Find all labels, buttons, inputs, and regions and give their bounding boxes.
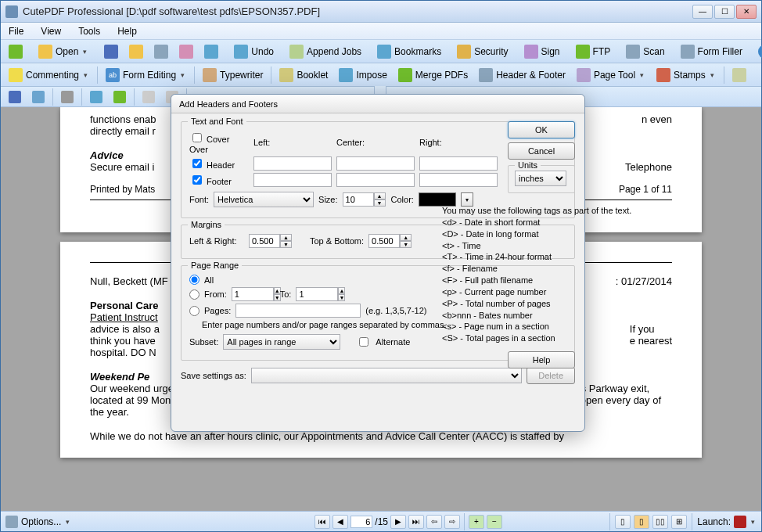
last-page-button[interactable]: ⏭ bbox=[408, 515, 424, 529]
size-up-button[interactable]: ▲ bbox=[374, 192, 386, 200]
from-radio[interactable] bbox=[189, 289, 199, 300]
quick-print2-icon[interactable] bbox=[56, 88, 78, 106]
undo-button[interactable]: Undo bbox=[229, 42, 279, 61]
quick-mail-icon[interactable] bbox=[85, 88, 107, 106]
impose-button[interactable]: Impose bbox=[334, 66, 391, 84]
scan-button[interactable]: Scan bbox=[621, 42, 669, 61]
to-down-button[interactable]: ▼ bbox=[338, 294, 345, 301]
delete-button[interactable]: Delete bbox=[527, 367, 575, 384]
quick-attach-icon[interactable] bbox=[109, 88, 131, 106]
menu-tools[interactable]: Tools bbox=[75, 24, 103, 38]
save-button[interactable] bbox=[99, 42, 123, 61]
maximize-button[interactable]: ☐ bbox=[714, 5, 735, 19]
tb-down-button[interactable]: ▼ bbox=[400, 241, 412, 248]
cover-over-checkbox[interactable] bbox=[192, 133, 202, 142]
close-button[interactable]: ✕ bbox=[736, 5, 757, 19]
size-spinner[interactable]: ▲▼ bbox=[343, 192, 386, 207]
header-center-input[interactable] bbox=[336, 156, 415, 171]
pagetool-label: Page Tool bbox=[594, 70, 635, 81]
quick-page-icon[interactable] bbox=[138, 88, 160, 106]
page-tool-button[interactable]: Page Tool▾ bbox=[572, 66, 650, 84]
margins-legend: Margins bbox=[188, 220, 225, 229]
booklet-button[interactable]: Booklet bbox=[275, 66, 332, 84]
nav-forward-button[interactable]: ⇨ bbox=[444, 515, 460, 529]
lr-spinner[interactable]: ▲▼ bbox=[249, 234, 293, 248]
tag-line: <P> - Total number of pages bbox=[442, 298, 575, 310]
help-how-button[interactable]: How bbox=[753, 42, 762, 61]
form-editing-button[interactable]: abForm Editing▾ bbox=[101, 66, 191, 84]
to-label: To: bbox=[280, 289, 292, 299]
print-button[interactable] bbox=[149, 42, 173, 61]
first-page-button[interactable]: ⏮ bbox=[315, 515, 330, 529]
ftp-button[interactable]: FTP bbox=[571, 42, 616, 61]
header-label: Header bbox=[207, 160, 235, 170]
from-spinner[interactable]: ▲▼ bbox=[232, 287, 275, 301]
open-folder-button[interactable] bbox=[124, 42, 148, 61]
options-button[interactable]: Options... bbox=[21, 516, 61, 527]
quick-print-icon[interactable] bbox=[27, 88, 49, 106]
alternate-checkbox[interactable] bbox=[359, 337, 368, 347]
size-input[interactable] bbox=[343, 192, 374, 207]
header-checkbox[interactable] bbox=[192, 159, 202, 168]
lr-down-button[interactable]: ▼ bbox=[280, 241, 292, 248]
to-spinner[interactable]: ▲▼ bbox=[296, 287, 340, 301]
view-facing-button[interactable]: ▯▯ bbox=[652, 515, 668, 529]
merge-pdfs-button[interactable]: Merge PDFs bbox=[394, 66, 473, 84]
subset-select[interactable]: All pages in range bbox=[223, 334, 340, 350]
zoom-out-button[interactable]: − bbox=[487, 515, 502, 529]
edit-button[interactable] bbox=[728, 66, 751, 84]
nav-back-button[interactable]: ⇦ bbox=[426, 515, 442, 529]
menu-file[interactable]: File bbox=[5, 24, 27, 38]
minimize-button[interactable]: — bbox=[692, 5, 713, 19]
refresh-button[interactable] bbox=[199, 42, 223, 61]
lr-up-button[interactable]: ▲ bbox=[280, 234, 292, 241]
stamps-button[interactable]: Stamps▾ bbox=[652, 66, 721, 84]
zoom-in-button[interactable]: + bbox=[469, 515, 484, 529]
footer-left-input[interactable] bbox=[253, 173, 332, 187]
all-radio[interactable] bbox=[189, 275, 199, 285]
from-input[interactable] bbox=[232, 287, 274, 301]
menu-help[interactable]: Help bbox=[114, 24, 140, 38]
commenting-button[interactable]: Commenting▾ bbox=[4, 66, 94, 84]
tb-input[interactable] bbox=[368, 234, 400, 248]
open-button[interactable]: Open▾ bbox=[34, 42, 93, 61]
bookmarks-button[interactable]: Bookmarks bbox=[372, 42, 446, 61]
header-footer-button[interactable]: Header & Footer bbox=[474, 66, 570, 84]
save-settings-select[interactable] bbox=[251, 368, 522, 383]
cancel-button[interactable]: Cancel bbox=[508, 142, 575, 160]
view-continuous-facing-button[interactable]: ⊞ bbox=[671, 515, 687, 529]
help-button[interactable]: Help bbox=[508, 351, 575, 368]
quick-save-icon[interactable] bbox=[4, 88, 26, 106]
launch-dropdown[interactable]: ▾ bbox=[749, 518, 757, 526]
view-single-button[interactable]: ▯ bbox=[615, 515, 631, 529]
view-continuous-button[interactable]: ▯ bbox=[634, 515, 649, 529]
page-number-input[interactable] bbox=[350, 516, 372, 528]
next-page-button[interactable]: ▶ bbox=[390, 515, 406, 529]
email-button[interactable] bbox=[174, 42, 198, 61]
sign-button[interactable]: Sign bbox=[519, 42, 565, 61]
typewriter-button[interactable]: Typewriter bbox=[198, 66, 268, 84]
header-left-input[interactable] bbox=[253, 156, 332, 171]
footer-center-input[interactable] bbox=[336, 173, 415, 187]
lr-input[interactable] bbox=[249, 234, 280, 248]
to-up-button[interactable]: ▲ bbox=[338, 287, 345, 294]
adobe-icon[interactable] bbox=[734, 516, 746, 528]
font-select[interactable]: Helvetica bbox=[214, 192, 314, 207]
pages-radio[interactable] bbox=[189, 306, 199, 316]
security-button[interactable]: Security bbox=[452, 42, 512, 61]
back-button[interactable] bbox=[4, 42, 27, 61]
prev-page-button[interactable]: ◀ bbox=[332, 515, 348, 529]
menu-view[interactable]: View bbox=[38, 24, 64, 38]
ok-button[interactable]: OK bbox=[508, 121, 575, 138]
pages-input[interactable] bbox=[235, 304, 361, 318]
to-input[interactable] bbox=[296, 287, 338, 301]
tb-spinner[interactable]: ▲▼ bbox=[368, 234, 412, 248]
units-select[interactable]: inches bbox=[515, 171, 566, 186]
color-label: Color: bbox=[391, 195, 414, 204]
form-filler-button[interactable]: Form Filler bbox=[676, 42, 747, 61]
tb-up-button[interactable]: ▲ bbox=[400, 234, 412, 241]
size-down-button[interactable]: ▼ bbox=[374, 200, 386, 207]
security-label: Security bbox=[474, 46, 508, 57]
footer-checkbox[interactable] bbox=[192, 175, 202, 185]
append-jobs-button[interactable]: Append Jobs bbox=[285, 42, 366, 61]
